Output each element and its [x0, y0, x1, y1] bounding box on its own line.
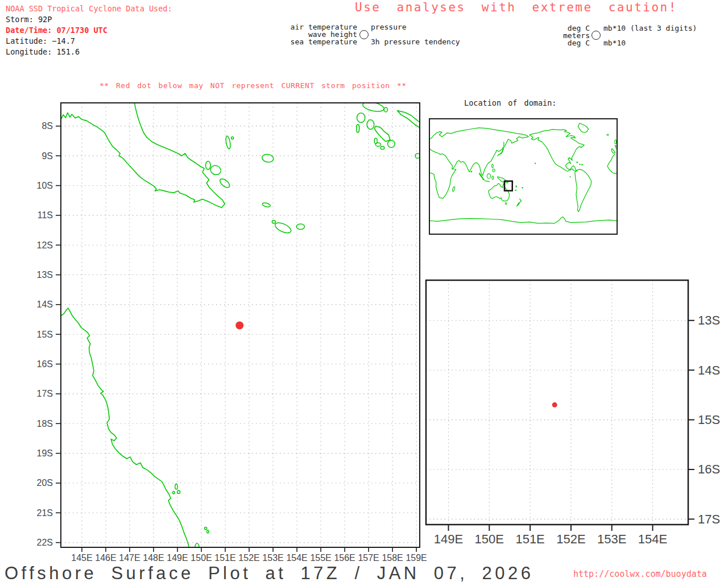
lat-tick-label: 13S: [37, 270, 53, 280]
island-outline: [580, 164, 580, 165]
island-outline: [173, 492, 175, 494]
island-outline: [262, 153, 274, 163]
island-outline: [231, 137, 234, 139]
lon-tick-label: 156E: [334, 553, 355, 563]
lon-tick-label: 153E: [262, 553, 283, 563]
coastline-queensland: [61, 308, 189, 547]
island-outline: [516, 186, 516, 188]
caution-banner: Use analyses with extreme caution!: [355, 1, 677, 14]
lat-tick-label: 16S: [37, 359, 53, 369]
footer-title: Offshore Surface Plot at 17Z / JAN 07, 2…: [5, 563, 533, 582]
lon-tick-label: 149E: [167, 553, 188, 563]
island-outline: [607, 134, 609, 135]
lon-tick-label: 148E: [143, 553, 164, 563]
island-outline: [204, 527, 206, 529]
island-outline: [177, 490, 180, 493]
island-outline: [577, 162, 578, 163]
lon-tick-label: 152E: [556, 532, 585, 546]
header-info: NOAA SSD Tropical Cyclone Data Used: Sto…: [6, 3, 172, 57]
coastline: [503, 142, 504, 147]
pressure-tendency-label: 3h pressure tendency: [371, 38, 460, 46]
island-outline: [615, 140, 617, 144]
island-outline: [296, 224, 304, 229]
pressure-label: pressure: [371, 23, 407, 31]
island-outline: [570, 177, 570, 177]
lon-tick-label: 155E: [310, 553, 331, 563]
island-outline: [357, 124, 359, 133]
island-outline: [274, 221, 292, 235]
lat-tick-label: 9S: [42, 151, 53, 161]
lon-tick-label: 150E: [191, 553, 212, 563]
island-outline: [487, 174, 490, 179]
zoom-map: 149E150E151E152E153E154E13S14S15S16S17S: [424, 277, 728, 564]
lat-tick-label: 8S: [42, 121, 53, 131]
tendency-units-label: mb*10: [603, 39, 626, 47]
lat-tick-label: 14S: [37, 300, 53, 309]
coastline: [498, 147, 504, 156]
sea-temperature-label: sea temperature: [243, 38, 357, 46]
lat-tick-label: 21S: [37, 508, 53, 518]
lat-tick-label: 12S: [37, 240, 53, 250]
island-outline: [515, 190, 516, 191]
station-circle-icon: [592, 31, 601, 40]
island-outline: [225, 136, 231, 149]
coastline: [607, 154, 617, 173]
inset-title: Location of domain:: [464, 98, 556, 107]
island-outline: [175, 484, 177, 489]
lat-tick-label: 14S: [698, 363, 720, 377]
lon-tick-label: 145E: [71, 553, 92, 563]
coastline: [517, 202, 520, 206]
island-outline: [218, 177, 231, 189]
island-outline: [493, 169, 495, 172]
lon-tick-label: 154E: [638, 532, 667, 546]
lon-tick-label: 151E: [515, 532, 544, 546]
island-outline: [374, 138, 377, 143]
lat-tick-label: 19S: [37, 448, 53, 458]
page-root: { "colors": { "coastline": "#00c800", "s…: [0, 0, 728, 582]
coastline: [429, 217, 617, 223]
island-outline: [581, 164, 583, 165]
island-bougainville: [398, 111, 421, 128]
lat-tick-label: 17S: [698, 512, 720, 526]
coastline: [578, 123, 588, 132]
longitude-line: Longitude: 151.6: [6, 47, 172, 57]
lat-tick-label: 18S: [37, 419, 53, 429]
island-outline: [262, 202, 271, 208]
storm-position-dot: [552, 402, 557, 408]
coastline: [611, 148, 615, 153]
coastline: [575, 169, 592, 211]
lat-tick-label: 11S: [38, 210, 53, 220]
lon-tick-label: 150E: [475, 532, 504, 546]
noaa-data-line: NOAA SSD Tropical Cyclone Data Used:: [6, 3, 172, 14]
map-frame: [426, 280, 688, 525]
lon-tick-label: 154E: [286, 553, 307, 563]
lat-tick-label: 10S: [37, 181, 53, 190]
island-outline: [522, 187, 523, 188]
lon-tick-label: 158E: [382, 553, 403, 563]
storm-position-warning: ** Red dot below may NOT represent CURRE…: [100, 81, 407, 90]
lon-tick-label: 153E: [597, 532, 626, 546]
coastline: [429, 169, 456, 198]
coastline-png: [61, 103, 225, 207]
island-outline: [388, 140, 395, 148]
lat-tick-label: 15S: [698, 413, 720, 427]
island-outline: [492, 164, 494, 168]
island-outline: [505, 203, 507, 205]
station-circle-icon: [359, 30, 369, 39]
coastline: [485, 181, 490, 182]
island-outline: [384, 107, 387, 112]
island-outline: [492, 176, 494, 180]
footer-url-link[interactable]: http://coolwx.com/buoydata: [573, 569, 707, 579]
lat-tick-label: 17S: [37, 389, 53, 398]
lon-tick-label: 147E: [119, 553, 140, 563]
island-outline: [357, 113, 365, 123]
coastline: [429, 128, 528, 176]
sea-temp-units-label: deg C: [504, 39, 590, 47]
lon-tick-label: 157E: [358, 553, 379, 563]
island-outline: [471, 171, 472, 172]
island-outline: [535, 163, 536, 164]
island-outline: [209, 164, 222, 176]
lat-tick-label: 22S: [37, 538, 53, 547]
island-outline: [452, 186, 456, 192]
lon-tick-label: 146E: [95, 553, 116, 563]
